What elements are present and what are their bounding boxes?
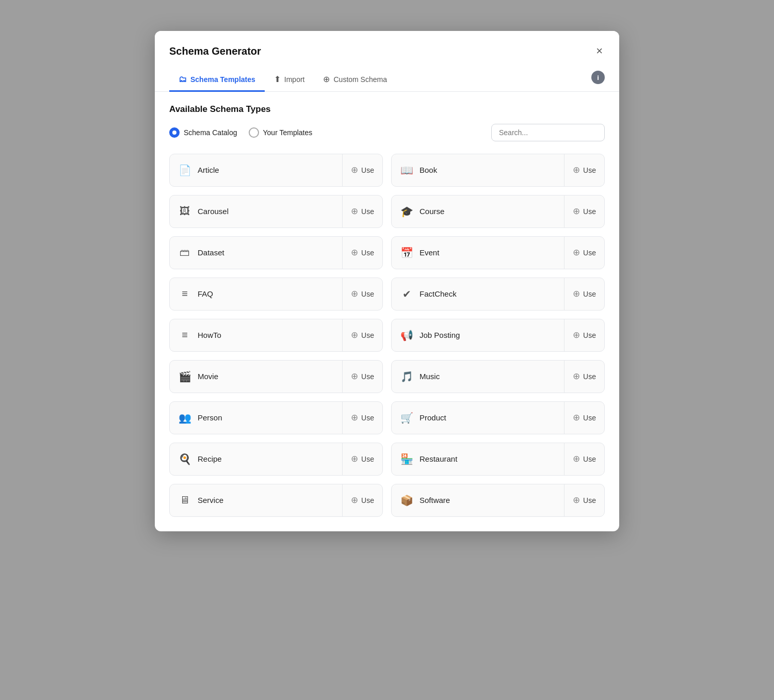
job-posting-icon: 📢 [400, 329, 413, 341]
movie-use-button[interactable]: ⊕ Use [342, 361, 382, 393]
schema-card-restaurant: 🏪 Restaurant ⊕ Use [391, 443, 605, 476]
schema-card-left-service: 🖥 Service [178, 494, 223, 506]
schema-grid: 📄 Article ⊕ Use 📖 Book ⊕ Use 🖼 Carousel [169, 154, 605, 517]
dataset-use-label: Use [361, 249, 374, 257]
schema-card-dataset: 🗃 Dataset ⊕ Use [169, 236, 383, 269]
product-use-button[interactable]: ⊕ Use [564, 402, 604, 434]
course-use-button[interactable]: ⊕ Use [564, 196, 604, 227]
recipe-name: Recipe [198, 454, 222, 463]
music-use-button[interactable]: ⊕ Use [564, 361, 604, 393]
schema-card-howto: ≡ HowTo ⊕ Use [169, 319, 383, 352]
job-posting-use-label: Use [583, 331, 596, 339]
restaurant-use-button[interactable]: ⊕ Use [564, 443, 604, 475]
plus-icon-movie: ⊕ [351, 371, 358, 382]
software-use-button[interactable]: ⊕ Use [564, 484, 604, 516]
radio-circle-schema-catalog [169, 127, 180, 138]
radio-circle-your-templates [249, 127, 259, 138]
factcheck-use-button[interactable]: ⊕ Use [564, 278, 604, 310]
schema-card-left-factcheck: ✔ FactCheck [400, 288, 457, 300]
faq-use-button[interactable]: ⊕ Use [342, 278, 382, 310]
factcheck-name: FactCheck [420, 289, 457, 298]
custom-schema-icon: ⊕ [323, 74, 330, 84]
job-posting-use-button[interactable]: ⊕ Use [564, 319, 604, 351]
schema-card-left-dataset: 🗃 Dataset [178, 247, 224, 258]
howto-use-label: Use [361, 331, 374, 339]
howto-use-button[interactable]: ⊕ Use [342, 319, 382, 351]
plus-icon-dataset: ⊕ [351, 247, 358, 258]
music-use-label: Use [583, 372, 596, 381]
radio-your-templates[interactable]: Your Templates [249, 127, 313, 138]
movie-use-label: Use [361, 372, 374, 381]
service-use-label: Use [361, 496, 374, 504]
schema-card-course: 🎓 Course ⊕ Use [391, 195, 605, 228]
dataset-use-button[interactable]: ⊕ Use [342, 237, 382, 269]
tab-import[interactable]: ⬆ Import [265, 69, 314, 92]
schema-card-job-posting: 📢 Job Posting ⊕ Use [391, 319, 605, 352]
event-use-button[interactable]: ⊕ Use [564, 237, 604, 269]
event-use-label: Use [583, 249, 596, 257]
schema-card-software: 📦 Software ⊕ Use [391, 484, 605, 517]
article-use-button[interactable]: ⊕ Use [342, 154, 382, 186]
tab-schema-templates[interactable]: 🗂 Schema Templates [169, 70, 265, 92]
search-input[interactable] [491, 124, 605, 141]
schema-card-left-carousel: 🖼 Carousel [178, 205, 229, 217]
schema-card-product: 🛒 Product ⊕ Use [391, 401, 605, 434]
tabs-bar: 🗂 Schema Templates ⬆ Import ⊕ Custom Sch… [155, 69, 619, 92]
tab-custom-schema[interactable]: ⊕ Custom Schema [314, 69, 396, 92]
schema-card-left-software: 📦 Software [400, 494, 450, 507]
info-button[interactable]: i [591, 71, 605, 84]
schema-card-faq: ≡ FAQ ⊕ Use [169, 278, 383, 311]
article-use-label: Use [361, 166, 374, 174]
carousel-use-button[interactable]: ⊕ Use [342, 196, 382, 227]
plus-icon-faq: ⊕ [351, 288, 358, 299]
schema-card-left-event: 📅 Event [400, 247, 439, 259]
plus-icon-recipe: ⊕ [351, 453, 358, 464]
filter-row: Schema Catalog Your Templates [169, 124, 605, 141]
movie-name: Movie [198, 372, 218, 381]
plus-icon-book: ⊕ [573, 165, 580, 175]
job-posting-name: Job Posting [420, 331, 460, 339]
article-name: Article [198, 166, 219, 174]
restaurant-name: Restaurant [420, 454, 457, 463]
recipe-icon: 🍳 [178, 453, 191, 465]
service-use-button[interactable]: ⊕ Use [342, 484, 382, 516]
product-use-label: Use [583, 414, 596, 422]
schema-card-left-music: 🎵 Music [400, 370, 440, 383]
faq-icon: ≡ [178, 288, 191, 300]
modal-title: Schema Generator [169, 45, 261, 57]
person-name: Person [198, 413, 222, 422]
recipe-use-button[interactable]: ⊕ Use [342, 443, 382, 475]
schema-card-event: 📅 Event ⊕ Use [391, 236, 605, 269]
faq-name: FAQ [198, 289, 213, 298]
schema-card-movie: 🎬 Movie ⊕ Use [169, 360, 383, 393]
plus-icon-restaurant: ⊕ [573, 453, 580, 464]
factcheck-use-label: Use [583, 290, 596, 298]
book-use-label: Use [583, 166, 596, 174]
book-use-button[interactable]: ⊕ Use [564, 154, 604, 186]
section-title: Available Schema Types [169, 104, 605, 115]
schema-card-left-movie: 🎬 Movie [178, 370, 218, 383]
schema-card-factcheck: ✔ FactCheck ⊕ Use [391, 278, 605, 311]
music-name: Music [420, 372, 440, 381]
carousel-icon: 🖼 [178, 205, 191, 217]
software-name: Software [420, 496, 450, 504]
schema-card-person: 👥 Person ⊕ Use [169, 401, 383, 434]
schema-card-left-article: 📄 Article [178, 164, 219, 176]
schema-card-left-book: 📖 Book [400, 164, 437, 176]
radio-schema-catalog[interactable]: Schema Catalog [169, 127, 237, 138]
person-use-button[interactable]: ⊕ Use [342, 402, 382, 434]
dataset-name: Dataset [198, 248, 224, 257]
modal-header: Schema Generator × [155, 31, 619, 60]
plus-icon-product: ⊕ [573, 412, 580, 423]
plus-icon-howto: ⊕ [351, 330, 358, 340]
close-button[interactable]: × [594, 42, 605, 60]
product-name: Product [420, 413, 446, 422]
import-icon: ⬆ [274, 74, 281, 84]
plus-icon-carousel: ⊕ [351, 206, 358, 217]
service-icon: 🖥 [178, 494, 191, 506]
schema-card-left-job-posting: 📢 Job Posting [400, 329, 460, 341]
plus-icon-job-posting: ⊕ [573, 330, 580, 340]
software-use-label: Use [583, 496, 596, 504]
howto-icon: ≡ [178, 329, 191, 341]
carousel-name: Carousel [198, 207, 229, 216]
